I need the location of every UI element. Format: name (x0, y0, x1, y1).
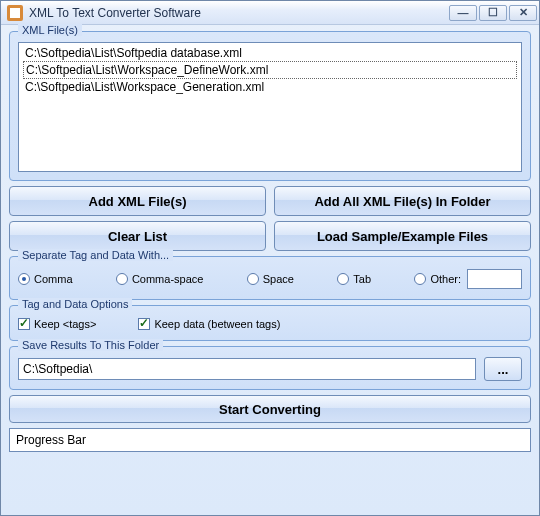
radio-label: Other: (430, 273, 461, 285)
progress-bar: Progress Bar (9, 428, 531, 452)
close-button[interactable]: ✕ (509, 5, 537, 21)
xml-files-group: XML File(s) C:\Softpedia\List\Softpedia … (9, 31, 531, 181)
radio-other[interactable]: Other: (414, 273, 461, 285)
add-files-button[interactable]: Add XML File(s) (9, 186, 266, 216)
options-group: Tag and Data Options Keep <tags> Keep da… (9, 305, 531, 341)
maximize-button[interactable]: ☐ (479, 5, 507, 21)
check-label: Keep <tags> (34, 318, 96, 330)
radio-label: Tab (353, 273, 371, 285)
checkbox-icon (138, 318, 150, 330)
button-row-1: Add XML File(s) Add All XML File(s) In F… (9, 186, 531, 216)
other-separator-input[interactable] (467, 269, 522, 289)
xml-files-group-title: XML File(s) (18, 24, 82, 36)
check-keep-data[interactable]: Keep data (between tags) (138, 318, 280, 330)
check-keep-tags[interactable]: Keep <tags> (18, 318, 96, 330)
progress-label: Progress Bar (16, 433, 86, 447)
content-area: XML File(s) C:\Softpedia\List\Softpedia … (1, 25, 539, 515)
separator-group-title: Separate Tag and Data With... (18, 249, 173, 261)
radio-icon (337, 273, 349, 285)
radio-comma-space[interactable]: Comma-space (116, 273, 204, 285)
radio-tab[interactable]: Tab (337, 273, 371, 285)
radio-label: Space (263, 273, 294, 285)
titlebar: XML To Text Converter Software — ☐ ✕ (1, 1, 539, 25)
check-label: Keep data (between tags) (154, 318, 280, 330)
minimize-button[interactable]: — (449, 5, 477, 21)
window-title: XML To Text Converter Software (29, 6, 449, 20)
list-item[interactable]: C:\Softpedia\List\Workspace_Generation.x… (23, 79, 517, 95)
radio-space[interactable]: Space (247, 273, 294, 285)
radio-label: Comma (34, 273, 73, 285)
app-icon (7, 5, 23, 21)
start-converting-button[interactable]: Start Converting (9, 395, 531, 423)
load-sample-button[interactable]: Load Sample/Example Files (274, 221, 531, 251)
separator-options: Comma Comma-space Space Tab (18, 267, 522, 291)
browse-button[interactable]: ... (484, 357, 522, 381)
app-window: XML To Text Converter Software — ☐ ✕ XML… (0, 0, 540, 516)
window-buttons: — ☐ ✕ (449, 5, 537, 21)
button-row-2: Clear List Load Sample/Example Files (9, 221, 531, 251)
list-item[interactable]: C:\Softpedia\List\Softpedia database.xml (23, 45, 517, 61)
checkbox-icon (18, 318, 30, 330)
folder-row: ... (18, 357, 522, 381)
radio-label: Comma-space (132, 273, 204, 285)
radio-icon (18, 273, 30, 285)
save-folder-group: Save Results To This Folder ... (9, 346, 531, 390)
radio-icon (116, 273, 128, 285)
save-folder-input[interactable] (18, 358, 476, 380)
xml-file-list[interactable]: C:\Softpedia\List\Softpedia database.xml… (18, 42, 522, 172)
radio-icon (414, 273, 426, 285)
list-item[interactable]: C:\Softpedia\List\Workspace_DefineWork.x… (23, 61, 517, 79)
save-folder-group-title: Save Results To This Folder (18, 339, 163, 351)
clear-list-button[interactable]: Clear List (9, 221, 266, 251)
radio-icon (247, 273, 259, 285)
separator-group: Separate Tag and Data With... Comma Comm… (9, 256, 531, 300)
add-folder-button[interactable]: Add All XML File(s) In Folder (274, 186, 531, 216)
radio-comma[interactable]: Comma (18, 273, 73, 285)
options-row: Keep <tags> Keep data (between tags) (18, 316, 522, 332)
options-group-title: Tag and Data Options (18, 298, 132, 310)
